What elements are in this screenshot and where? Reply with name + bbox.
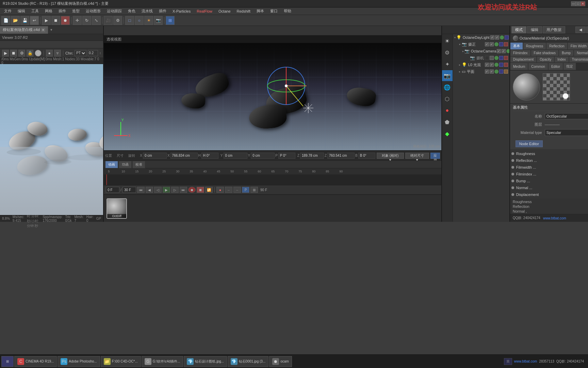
oct-icon-render[interactable]: ☀	[442, 35, 453, 46]
mat-tab-filmwidth[interactable]: Film Width	[568, 42, 588, 50]
mat-tab-editor[interactable]: Editor	[548, 63, 563, 70]
menu-item-16[interactable]: 窗口	[267, 8, 280, 14]
mode-tab-mode[interactable]: 模式	[511, 26, 526, 33]
lp-play[interactable]: ▶	[2, 50, 9, 57]
node-editor-button[interactable]: Node Editor	[516, 140, 543, 147]
lp-lock[interactable]: 🔒	[27, 50, 33, 57]
mat-tab-opacity[interactable]: Opacity	[537, 56, 554, 63]
taskbar-plugin[interactable]: G G:\软件\c4d插件...	[142, 356, 183, 367]
save-btn[interactable]: 💾	[20, 16, 29, 25]
menu-item-12[interactable]: RealFlow	[194, 9, 215, 14]
taskbar-c4d[interactable]: C CINEMA 4D R19...	[14, 356, 57, 367]
cb-cam-parent1[interactable]: ✓	[485, 42, 489, 46]
tl-extra5[interactable]: ⊞	[250, 187, 258, 193]
current-frame-input[interactable]	[106, 187, 119, 193]
oct-icon-render2[interactable]: ◆	[442, 128, 453, 139]
mode-tab-arrow-left[interactable]: ◀	[575, 27, 586, 33]
play-btn[interactable]: ▶	[42, 16, 51, 25]
record-anim-btn[interactable]: ⏺	[188, 187, 196, 193]
p-rot-input[interactable]	[278, 153, 295, 159]
oct-icon-node[interactable]: ⬟	[442, 117, 453, 127]
tl-extra4[interactable]: P	[242, 187, 249, 193]
chn-select[interactable]: PT	[75, 50, 86, 56]
minimize-button[interactable]: —	[571, 1, 576, 6]
mat-tab-normal[interactable]: Normal	[574, 50, 588, 56]
coord-apply-btn1[interactable]: 对象 (相对) ▼	[377, 153, 404, 159]
cube-btn[interactable]: □	[125, 16, 134, 25]
mat-tab-fakeshadows[interactable]: Fake shadows	[531, 50, 559, 56]
mat-tab-transmission[interactable]: Transmission	[569, 56, 588, 63]
scene-item-camera[interactable]: 📷 摄机	[453, 55, 509, 61]
lang-indicator[interactable]: 英	[504, 358, 512, 365]
cb-daylight2[interactable]: ✓	[495, 35, 499, 40]
menu-item-1[interactable]: 编辑	[15, 8, 28, 14]
mat-tab-medium[interactable]: Medium	[510, 63, 528, 70]
menu-item-9[interactable]: 流水线	[139, 8, 156, 14]
cb-plane2[interactable]: ✓	[490, 70, 494, 74]
tl-stop-btn[interactable]: ⏹	[197, 187, 204, 193]
taskbar-start-btn[interactable]: ⊞	[1, 356, 14, 367]
cb-cam2[interactable]	[490, 56, 494, 60]
doc-tab-arrow[interactable]: ▾	[48, 28, 54, 32]
menu-item-7[interactable]: 运动跟踪	[104, 8, 125, 14]
camera-btn[interactable]: 📷	[154, 16, 163, 25]
scene-item-camera-parent[interactable]: ▾ 📷 摄正 ✓ ✓	[453, 41, 509, 48]
step-fwd-btn[interactable]: ▷	[171, 187, 179, 193]
btn-lightmix[interactable]	[494, 63, 499, 67]
menu-item-0[interactable]: 文件	[1, 8, 14, 14]
left-3d-view[interactable]	[0, 64, 103, 215]
menu-item-6[interactable]: 运动图形	[83, 8, 103, 14]
render-btn[interactable]: 🎥	[104, 16, 113, 25]
menu-item-15[interactable]: 脚本	[254, 8, 267, 14]
mode-tab-edit[interactable]: 编辑	[527, 26, 542, 33]
doc-tab-close[interactable]: ✕	[41, 28, 45, 32]
taskbar-diamond1[interactable]: 💎 钻石设计图纸.jpg...	[184, 356, 227, 367]
timeline-tab-func[interactable]: 功函	[119, 161, 132, 168]
lp-sphere[interactable]: ○	[35, 50, 42, 57]
mat-type-select[interactable]: Specular	[545, 129, 588, 136]
z-size-input[interactable]	[327, 153, 355, 159]
tl-loop-btn[interactable]: 🔁	[205, 187, 213, 193]
menu-item-4[interactable]: 插件	[56, 8, 69, 14]
scene-item-octane-cam[interactable]: ▸ 📷 OctaneCamera ✓ ✓	[453, 48, 509, 55]
cb-oct-cam1[interactable]: ✓	[497, 49, 501, 53]
step-back-btn[interactable]: ◁	[154, 187, 162, 193]
x-size-input[interactable]	[170, 153, 198, 159]
y-pos-input[interactable]	[224, 153, 247, 159]
btn-cam-parent[interactable]	[494, 42, 499, 46]
btn-daylight[interactable]	[500, 35, 504, 40]
timeline-content[interactable]	[104, 174, 441, 185]
stop-btn[interactable]: ⏹	[51, 16, 60, 25]
oct-icon-mat[interactable]: ●	[442, 105, 453, 116]
cb-daylight1[interactable]: ✓	[490, 35, 494, 40]
btn-plane[interactable]	[494, 70, 499, 74]
mat-tab-assign[interactable]: 指定	[563, 63, 576, 70]
chn-value-input[interactable]	[88, 50, 98, 56]
h-rot-input[interactable]	[201, 153, 218, 159]
open-btn[interactable]: 📂	[11, 16, 20, 25]
cb-oct-cam2[interactable]: ✓	[502, 49, 506, 53]
mat-tab-filmindex[interactable]: Filmindex	[510, 50, 531, 56]
oct-icon-mesh[interactable]: ⬡	[442, 93, 453, 104]
rotate-btn[interactable]: ↻	[82, 16, 91, 25]
mat-tab-bump[interactable]: Bump	[559, 50, 574, 56]
tl-extra1[interactable]: ●	[216, 187, 224, 193]
mat-tab-index[interactable]: Index	[554, 56, 569, 63]
taskbar-ps[interactable]: Ps Adobe Photosho...	[58, 356, 100, 367]
menu-item-14[interactable]: Redshift	[234, 9, 253, 14]
maximize-button[interactable]: □	[576, 1, 581, 6]
tl-extra3[interactable]: ⏤	[233, 187, 241, 193]
record-btn[interactable]: ⏺	[61, 16, 70, 25]
prop-name-input[interactable]	[545, 113, 588, 119]
menu-item-10[interactable]: 插件	[156, 8, 169, 14]
mode-tab-userdata[interactable]: 用户数据	[543, 26, 565, 33]
menu-item-17[interactable]: 帮助	[281, 8, 294, 14]
tl-extra2[interactable]: ⏤	[225, 187, 232, 193]
mat-tab-displacement[interactable]: Displacement	[510, 56, 537, 63]
b-rot-input[interactable]	[358, 153, 375, 159]
play-fwd-btn[interactable]: ▶	[163, 187, 170, 193]
mode-tab-arrow-right[interactable]: ▶	[586, 27, 588, 33]
btn-cam[interactable]	[494, 56, 499, 60]
close-button[interactable]: ✕	[581, 1, 585, 6]
mat-tab-basic[interactable]: 基本	[510, 42, 523, 50]
